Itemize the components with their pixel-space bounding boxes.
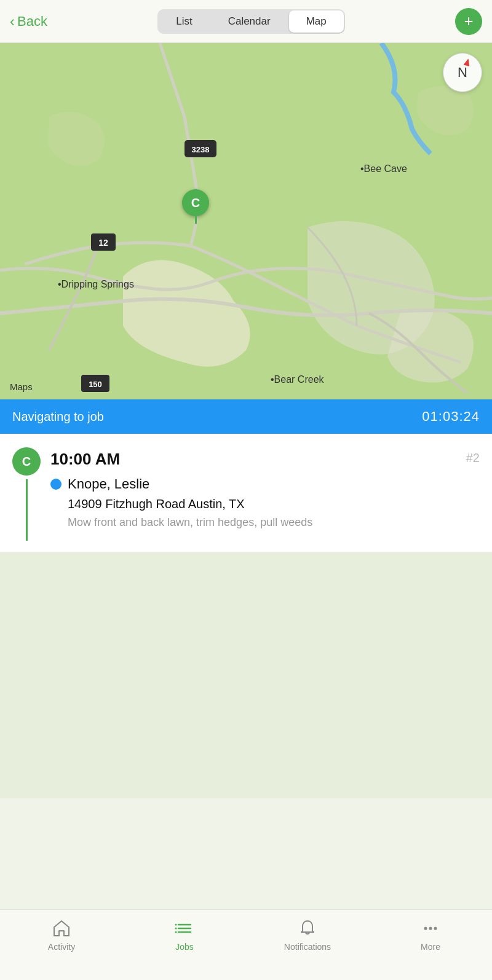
jobs-icon	[175, 919, 194, 938]
compass-north-label: N	[458, 66, 467, 79]
navigation-text: Navigating to job	[12, 410, 104, 424]
back-label: Back	[17, 14, 47, 29]
bottom-nav: Activity Jobs Notifications More	[0, 909, 492, 980]
job-card[interactable]: C 10:00 AM #2 Knope, Leslie 14909 Fitzhu…	[0, 434, 492, 552]
job-number: #2	[466, 451, 480, 465]
job-details: 10:00 AM #2 Knope, Leslie 14909 Fitzhugh…	[50, 445, 480, 541]
apple-maps-label: Maps	[7, 382, 33, 392]
timeline-label: C	[22, 455, 31, 469]
job-address: 14909 Fitzhugh Road Austin, TX	[50, 497, 480, 511]
client-status-dot	[50, 479, 62, 490]
svg-point-22	[429, 927, 432, 930]
nav-label-more: More	[421, 942, 440, 952]
svg-text:150: 150	[89, 380, 102, 389]
job-client-name: Knope, Leslie	[68, 476, 149, 492]
map-svg: 3238 12 150 1826 •Bee Cave •Dripping Spr…	[0, 43, 492, 399]
marker-circle: C	[182, 189, 209, 216]
header: ‹ Back List Calendar Map +	[0, 0, 492, 43]
nav-label-notifications: Notifications	[284, 942, 331, 952]
svg-point-20	[175, 931, 177, 933]
job-time: 10:00 AM	[50, 450, 120, 469]
more-icon	[421, 919, 440, 938]
timeline-circle: C	[12, 447, 41, 476]
home-icon	[52, 919, 71, 938]
notifications-icon	[298, 919, 317, 938]
add-button[interactable]: +	[455, 8, 482, 35]
job-client-row: Knope, Leslie	[50, 476, 480, 492]
map-view-button[interactable]: Map	[289, 10, 344, 33]
nav-label-jobs: Jobs	[175, 942, 194, 952]
navigation-banner: Navigating to job 01:03:24	[0, 399, 492, 434]
maps-text: Maps	[10, 382, 33, 392]
svg-point-23	[434, 927, 437, 930]
svg-text:•Dripping Springs: •Dripping Springs	[58, 279, 134, 289]
nav-item-jobs[interactable]: Jobs	[123, 919, 246, 952]
add-icon: +	[464, 12, 473, 31]
map-container[interactable]: 3238 12 150 1826 •Bee Cave •Dripping Spr…	[0, 43, 492, 399]
nav-label-activity: Activity	[48, 942, 75, 952]
svg-text:3238: 3238	[192, 145, 210, 154]
back-button[interactable]: ‹ Back	[10, 13, 47, 30]
svg-text:•Bee Cave: •Bee Cave	[360, 163, 407, 174]
timeline-line	[26, 479, 28, 541]
marker-label: C	[191, 196, 200, 210]
back-chevron-icon: ‹	[10, 13, 15, 30]
job-description: Mow front and back lawn, trim hedges, pu…	[50, 516, 480, 529]
toggle-group: List Calendar Map	[157, 9, 345, 34]
navigation-timer: 01:03:24	[422, 409, 480, 425]
nav-item-more[interactable]: More	[369, 919, 492, 952]
content-area	[0, 552, 492, 798]
job-map-marker[interactable]: C	[182, 189, 209, 224]
nav-item-notifications[interactable]: Notifications	[246, 919, 369, 952]
svg-point-19	[175, 928, 177, 930]
timeline-column: C	[0, 445, 41, 541]
svg-text:•Bear Creek: •Bear Creek	[271, 374, 325, 385]
compass: N	[443, 53, 482, 92]
compass-needle-icon	[464, 58, 472, 66]
view-toggle: List Calendar Map	[47, 9, 455, 34]
svg-point-18	[175, 924, 177, 926]
list-view-button[interactable]: List	[159, 10, 209, 33]
marker-stem	[195, 216, 197, 224]
svg-point-21	[424, 927, 427, 930]
calendar-view-button[interactable]: Calendar	[211, 10, 288, 33]
nav-item-activity[interactable]: Activity	[0, 919, 123, 952]
svg-text:12: 12	[98, 238, 108, 248]
